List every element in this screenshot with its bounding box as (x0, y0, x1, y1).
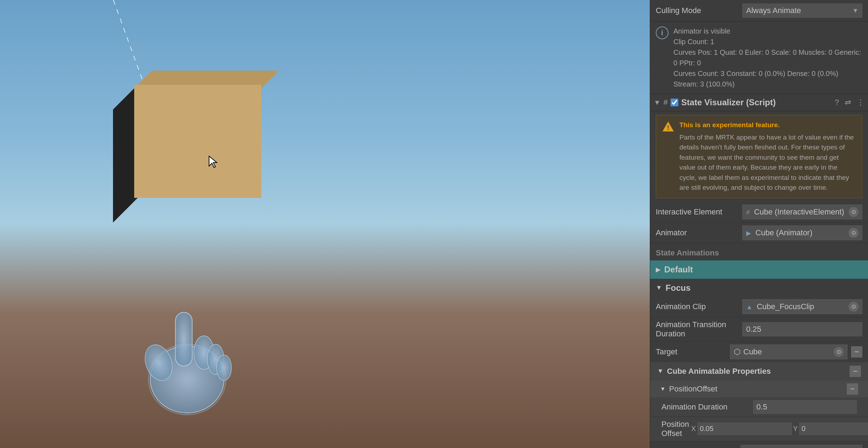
state-animations-label: State Animations (656, 248, 719, 257)
warning-icon: ! (662, 120, 674, 133)
animation-transition-row: Animation Transition Duration (650, 317, 868, 342)
target-minus-btn[interactable]: − (851, 346, 862, 358)
animation-duration-label: Animation Duration (661, 402, 750, 412)
more-icon[interactable]: ⋮ (857, 98, 864, 107)
position-offset-label: PositionOffset (669, 384, 843, 394)
animatable-minus-btn[interactable]: − (850, 366, 861, 377)
info-line4: Curves Count: 3 Constant: 0 (0.0%) Dense… (673, 68, 862, 89)
viewport-background (0, 0, 650, 448)
x-input[interactable] (697, 423, 792, 435)
warning-text: This is an experimental feature. Parts o… (679, 120, 856, 193)
culling-mode-value: Always Animate (746, 6, 801, 15)
animator-row: Animator ▶ Cube (Animator) ⊙ (650, 223, 868, 243)
mouse-cursor (208, 155, 218, 168)
default-label: Default (664, 265, 693, 275)
target-text: Cube (743, 347, 762, 356)
animation-clip-circle-btn[interactable]: ⊙ (849, 302, 858, 312)
cube-front-face (134, 85, 261, 198)
default-arrow: ▶ (656, 266, 661, 273)
animator-circle-btn[interactable]: ⊙ (849, 228, 858, 238)
svg-marker-7 (209, 156, 217, 167)
culling-mode-dropdown[interactable]: Always Animate ▼ (742, 4, 862, 18)
position-offset-minus-btn[interactable]: − (847, 383, 858, 395)
warning-box: ! This is an experimental feature. Parts… (656, 115, 862, 198)
inspector-panel: Culling Mode Always Animate ▼ i Animator… (650, 0, 868, 448)
position-offset-arrow[interactable]: ▼ (660, 386, 666, 392)
animation-clip-row: Animation Clip ▲ Cube_FocusClip ⊙ (650, 296, 868, 317)
interactive-element-text: Cube (InteractiveElement) (754, 207, 844, 216)
y-input[interactable] (799, 423, 868, 435)
target-circle-btn[interactable]: ⊙ (834, 347, 844, 357)
xyz-x-item: X (691, 423, 791, 435)
animator-value[interactable]: ▶ Cube (Animator) ⊙ (742, 225, 862, 240)
scale-offset-row: Scale Offset ▼ Add the ScaleOffset Anima… (650, 441, 868, 448)
animation-clip-text: Cube_FocusClip (757, 302, 814, 311)
state-animations-header: State Animations (650, 243, 868, 260)
hand-cursor (134, 285, 240, 420)
settings-icon[interactable]: ⇌ (845, 98, 851, 107)
warning-title: This is an experimental feature. (679, 120, 856, 130)
animation-transition-input[interactable] (742, 322, 862, 336)
animator-info-text: Animator is visible Clip Count: 1 Curves… (673, 26, 862, 89)
animator-text: Cube (Animator) (755, 228, 812, 237)
target-row: Target ⬡ Cube ⊙ − (650, 342, 868, 362)
state-visualizer-checkbox[interactable] (671, 99, 678, 106)
target-value[interactable]: ⬡ Cube ⊙ (730, 344, 848, 359)
state-visualizer-header: ▼ # State Visualizer (Script) ? ⇌ ⋮ (650, 94, 868, 111)
animatable-title: Cube Animatable Properties (667, 367, 846, 376)
interactive-element-icon: # (746, 209, 750, 216)
svg-text:!: ! (667, 124, 669, 131)
default-section[interactable]: ▶ Default (650, 260, 868, 279)
info-line1: Animator is visible (673, 26, 862, 36)
culling-mode-label: Culling Mode (656, 6, 742, 15)
info-line3: Curves Pos: 1 Quat: 0 Euler: 0 Scale: 0 … (673, 47, 862, 68)
info-line2: Clip Count: 1 (673, 36, 862, 47)
focus-header: ▼ Focus (650, 279, 868, 296)
interactive-element-label: Interactive Element (656, 207, 739, 217)
state-visualizer-title: State Visualizer (Script) (681, 98, 832, 107)
xyz-y-item: Y (793, 423, 868, 435)
section-hash: # (664, 98, 668, 107)
animatable-properties-header: ▼ Cube Animatable Properties − (650, 362, 868, 381)
focus-arrow[interactable]: ▼ (656, 284, 662, 291)
culling-dropdown-arrow: ▼ (852, 7, 858, 14)
y-axis-label: Y (793, 425, 798, 433)
target-cube-icon: ⬡ (734, 347, 741, 356)
info-icon: i (656, 26, 668, 39)
warning-body: Parts of the MRTK appear to have a lot o… (679, 132, 856, 193)
xyz-group: X Y Z (691, 423, 868, 435)
target-label: Target (656, 347, 726, 356)
position-offset-xyz-row: Position Offset X Y Z (650, 417, 868, 441)
viewport (0, 0, 650, 448)
animation-duration-input[interactable] (753, 400, 857, 414)
interactive-element-row: Interactive Element # Cube (InteractiveE… (650, 202, 868, 223)
animation-transition-label: Animation Transition Duration (656, 320, 739, 338)
animatable-arrow[interactable]: ▼ (657, 367, 664, 375)
help-icon[interactable]: ? (835, 98, 839, 107)
focus-label: Focus (666, 283, 691, 293)
animation-clip-value[interactable]: ▲ Cube_FocusClip ⊙ (742, 299, 862, 314)
position-offset-xyz-label: Position Offset (661, 420, 689, 438)
animator-label: Animator (656, 228, 739, 237)
state-visualizer-collapse[interactable]: ▼ (654, 99, 661, 107)
position-offset-header: ▼ PositionOffset − (650, 381, 868, 397)
cube-3d (113, 71, 261, 205)
svg-rect-1 (176, 312, 192, 366)
interactive-element-value[interactable]: # Cube (InteractiveElement) ⊙ (742, 205, 862, 219)
interactive-element-circle-btn[interactable]: ⊙ (849, 207, 858, 217)
animator-icon: ▶ (746, 230, 751, 237)
animator-info-box: i Animator is visible Clip Count: 1 Curv… (650, 22, 868, 94)
animation-clip-label: Animation Clip (656, 302, 739, 311)
clip-icon: ▲ (746, 303, 753, 311)
x-axis-label: X (691, 425, 696, 433)
add-scale-btn[interactable]: Add the ScaleOffset Animatable Property (741, 445, 862, 448)
culling-mode-row: Culling Mode Always Animate ▼ (650, 0, 868, 22)
animation-duration-row: Animation Duration (650, 397, 868, 417)
